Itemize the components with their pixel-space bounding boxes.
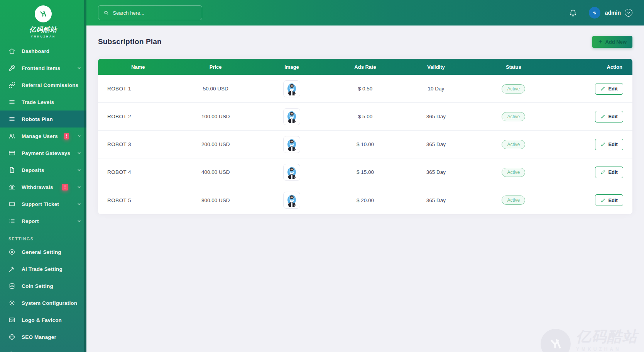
cell-validity: 365 Day [400,114,472,119]
edit-button[interactable]: Edit [595,111,623,122]
sidebar-item-dashboard[interactable]: Dashboard [0,43,86,60]
edit-label: Edit [608,197,618,203]
pencil-icon [600,86,605,91]
plus-icon [598,39,603,44]
topbar: admin [86,0,644,26]
sidebar-scrollbar[interactable] [84,0,86,352]
sidebar-item-kyc-setting[interactable]: KYC Setting [0,345,86,352]
chevron-down-icon [77,151,81,155]
globe-icon [8,333,15,340]
edit-button[interactable]: Edit [595,83,623,95]
sidebar-item-trade-levels[interactable]: Trade Levels [0,94,86,111]
status-badge: Active [502,168,525,177]
users-icon [8,133,15,139]
cell-name: ROBOT 3 [98,141,178,147]
disc-icon [8,248,15,255]
watermark-name-en: YMKUZHAN [576,347,638,352]
sidebar-item-robots-plan[interactable]: Robots Plan [0,111,86,128]
cell-validity: 365 Day [400,141,472,147]
sidebar-item-report[interactable]: Report [0,213,86,230]
sidebar-item-referral-commissions[interactable]: Referral Commissions [0,77,86,94]
sidebar-item-ai-trade-setting[interactable]: Ai Trade Setting [0,260,86,277]
cell-validity: 365 Day [400,197,472,203]
robot-image [283,80,300,97]
sidebar-settings-nav: General Setting Ai Trade Setting Coin Se… [0,243,86,352]
sidebar-item-system-configuration[interactable]: System Configuration [0,294,86,311]
sidebar-item-manage-users[interactable]: Manage Users ! [0,128,86,145]
brand-mark-circle [35,5,52,22]
sidebar-item-label: Report [22,218,71,224]
cell-ads-rate: $ 0.50 [330,86,400,92]
bars-icon [8,116,15,122]
user-menu-toggle[interactable] [625,9,632,17]
username[interactable]: admin [605,10,621,16]
watermark-name-cn: 亿码酷站 [576,329,638,345]
robot-illustration-icon [284,109,299,124]
table-row-robot-3: ROBOT 3 200.00 USD $ 10.00 365 Day Activ… [98,131,632,158]
robot-image [283,108,300,125]
sidebar-item-general-setting[interactable]: General Setting [0,243,86,260]
sidebar-item-payment-gateways[interactable]: Payment Gateways [0,145,86,162]
status-badge: Active [502,112,525,121]
sidebar-item-label: Frontend Items [22,65,71,71]
cell-image [253,80,331,97]
pencil-icon [600,142,605,147]
sidebar-item-seo-manager[interactable]: SEO Manager [0,328,86,345]
robot-illustration-icon [284,193,299,207]
cell-ads-rate: $ 10.00 [330,141,400,147]
bell-icon[interactable] [569,9,577,17]
coins-icon [8,282,15,289]
table-header-cell: Validity [400,64,472,70]
cell-action: Edit [555,139,632,150]
sidebar-settings-heading: SETTINGS [8,236,86,241]
edit-button[interactable]: Edit [595,194,623,206]
cell-status: Active [472,168,555,177]
gavel-icon [8,265,15,272]
table-row-robot-2: ROBOT 2 100.00 USD $ 5.00 365 Day Active [98,103,632,131]
brand-logo[interactable]: 亿码酷站 YMKUZHAN [0,0,86,38]
pencil-icon [600,170,605,175]
search-input[interactable] [113,10,197,16]
brand-monogram-icon [38,9,49,19]
sidebar-item-withdrawals[interactable]: Withdrawals ! [0,179,86,196]
brand-monogram-icon [592,10,597,16]
sidebar-item-support-ticket[interactable]: Support Ticket [0,196,86,213]
add-new-button[interactable]: Add New [592,36,632,48]
table-body: ROBOT 1 50.00 USD $ 0.50 10 Day Active [98,75,632,214]
cell-status: Active [472,112,555,121]
sidebar-item-logo-favicon[interactable]: Logo & Favicon [0,311,86,328]
sidebar-item-label: Logo & Favicon [22,317,81,323]
cell-action: Edit [555,167,632,178]
sidebar-item-label: Manage Users [22,133,58,139]
main-content: admin Subscription Plan Add New Name Pri… [86,0,644,352]
cell-ads-rate: $ 20.00 [330,197,400,203]
cell-price: 200.00 USD [178,141,253,147]
alert-badge: ! [62,184,68,190]
chevron-down-icon [77,202,81,206]
topbar-right: admin [569,7,632,19]
cell-image [253,136,331,153]
cog-icon [8,299,15,306]
table-header-row: Name Price Image Ads Rate Validity Statu… [98,59,632,75]
sidebar-item-label: Referral Commissions [22,82,81,88]
sidebar-nav: Dashboard Frontend Items Referral Commis… [0,43,86,230]
home-icon [8,48,15,54]
sidebar-item-frontend-items[interactable]: Frontend Items [0,60,86,77]
sidebar-item-coin-setting[interactable]: Coin Setting [0,277,86,294]
user-check-icon [8,350,15,352]
cell-name: ROBOT 5 [98,197,178,203]
cell-image [253,164,331,181]
sidebar-item-label: Ai Trade Setting [22,266,81,272]
cell-image [253,192,331,209]
cell-action: Edit [555,194,632,206]
sidebar-item-label: General Setting [22,249,81,255]
sidebar-item-label: Support Ticket [22,201,71,207]
add-new-label: Add New [605,39,627,45]
table-header-cell: Price [178,64,253,70]
edit-button[interactable]: Edit [595,167,623,178]
sidebar-item-deposits[interactable]: Deposits [0,162,86,179]
cell-status: Active [472,84,555,94]
edit-button[interactable]: Edit [595,139,623,150]
sidebar-item-label: Robots Plan [22,116,81,122]
user-avatar[interactable] [589,7,600,19]
